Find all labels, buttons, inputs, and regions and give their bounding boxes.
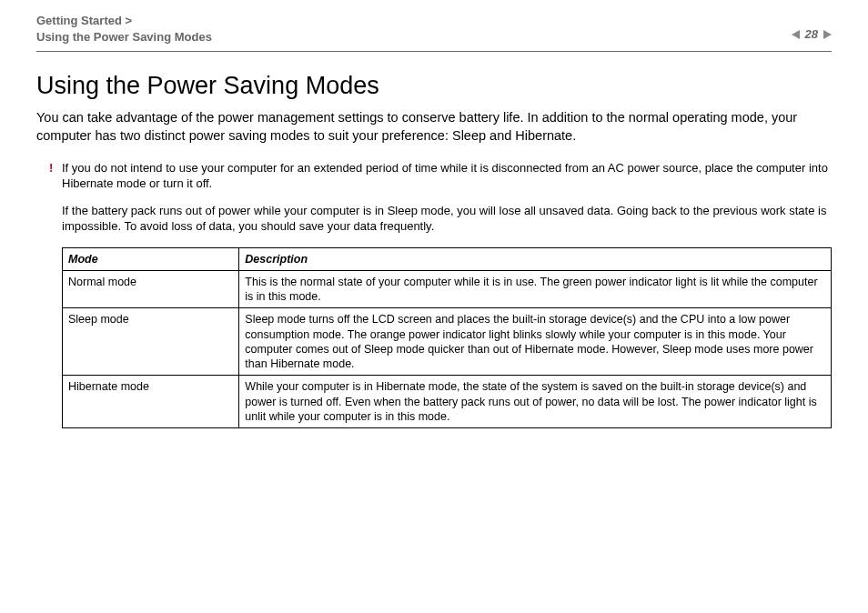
- table-row: Hibernate mode While your computer is in…: [63, 376, 832, 428]
- page-number: 28: [805, 27, 818, 41]
- breadcrumb-line1: Getting Started >: [36, 13, 212, 29]
- table-header-row: Mode Description: [63, 247, 832, 270]
- page-prev-icon[interactable]: [792, 30, 800, 39]
- breadcrumb: Getting Started > Using the Power Saving…: [36, 13, 212, 45]
- intro-paragraph: You can take advantage of the power mana…: [36, 109, 832, 145]
- table-header-description: Description: [239, 247, 832, 270]
- cell-mode: Normal mode: [63, 270, 239, 308]
- caution-note: ! If you do not intend to use your compu…: [36, 160, 832, 192]
- table-row: Sleep mode Sleep mode turns off the LCD …: [63, 308, 832, 376]
- cell-mode: Sleep mode: [63, 308, 239, 376]
- caution-icon: !: [49, 160, 53, 176]
- cell-description: Sleep mode turns off the LCD screen and …: [239, 308, 832, 376]
- page-navigation: 28: [792, 27, 832, 41]
- breadcrumb-line2: Using the Power Saving Modes: [36, 29, 212, 45]
- cell-description: This is the normal state of your compute…: [239, 270, 832, 308]
- cell-mode: Hibernate mode: [63, 376, 239, 428]
- page-header: Getting Started > Using the Power Saving…: [0, 0, 868, 51]
- page-title: Using the Power Saving Modes: [36, 72, 832, 100]
- warning-text: If the battery pack runs out of power wh…: [36, 203, 832, 235]
- table-row: Normal mode This is the normal state of …: [63, 270, 832, 308]
- caution-text: If you do not intend to use your compute…: [62, 161, 828, 191]
- cell-description: While your computer is in Hibernate mode…: [239, 376, 832, 428]
- table-header-mode: Mode: [63, 247, 239, 270]
- page-content: Using the Power Saving Modes You can tak…: [0, 52, 868, 428]
- modes-table: Mode Description Normal mode This is the…: [62, 247, 832, 429]
- page-next-icon[interactable]: [823, 30, 832, 39]
